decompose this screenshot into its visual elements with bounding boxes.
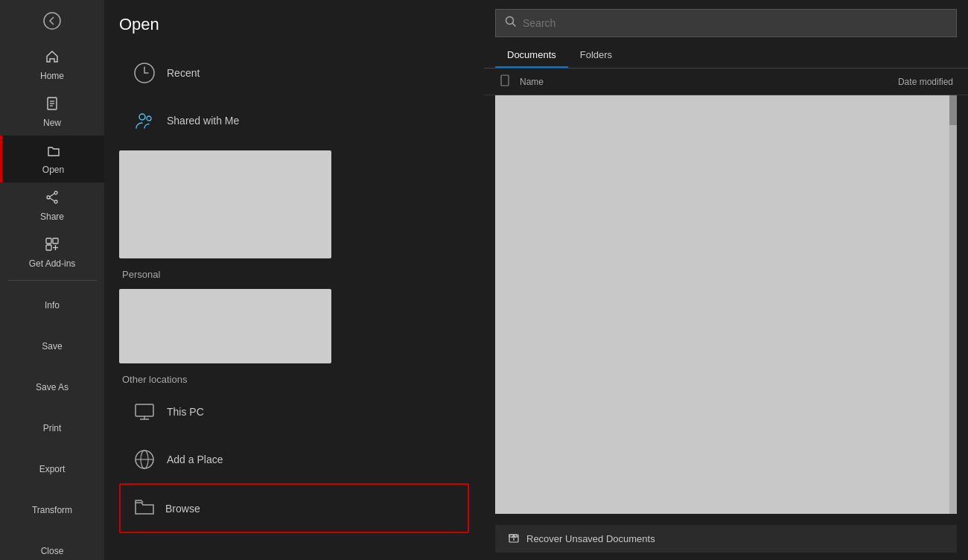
sidebar-item-new[interactable]: New	[0, 89, 104, 136]
home-icon	[45, 49, 60, 68]
sidebar-item-export[interactable]: Export	[0, 448, 104, 489]
recent-label: Recent	[167, 67, 200, 79]
sidebar-item-save-as[interactable]: Save As	[0, 366, 104, 407]
open-panel: Open Recent Shared with Me	[104, 0, 484, 560]
sidebar-item-home[interactable]: Home	[0, 42, 104, 89]
sidebar-item-export-label: Export	[39, 464, 66, 474]
recover-bar[interactable]: Recover Unsaved Documents	[495, 525, 957, 553]
add-place-icon	[131, 446, 158, 473]
browse-icon	[133, 495, 156, 521]
onedrive-placeholder[interactable]	[119, 150, 331, 258]
sidebar-item-save-as-label: Save As	[36, 382, 69, 392]
svg-rect-18	[136, 404, 153, 416]
personal-placeholder[interactable]	[119, 289, 331, 363]
search-icon	[505, 16, 517, 31]
sidebar: Home New Open	[0, 0, 104, 560]
search-input[interactable]	[523, 17, 947, 29]
sidebar-item-home-label: Home	[40, 71, 64, 81]
personal-label: Personal	[119, 269, 469, 280]
sidebar-item-get-add-ins[interactable]: Get Add-ins	[0, 229, 104, 276]
shared-label: Shared with Me	[167, 115, 239, 127]
shared-icon	[131, 107, 158, 134]
browse-label: Browse	[165, 503, 200, 515]
scrollbar[interactable]	[949, 95, 957, 514]
col-date-header: Date modified	[841, 77, 953, 87]
sidebar-item-transform-label: Transform	[32, 505, 72, 515]
sidebar-item-get-add-ins-label: Get Add-ins	[29, 258, 76, 269]
sidebar-item-share[interactable]: Share	[0, 182, 104, 229]
svg-point-16	[139, 114, 145, 120]
svg-rect-11	[53, 238, 58, 244]
open-icon	[46, 143, 61, 162]
sidebar-item-close-label: Close	[41, 546, 64, 556]
add-ins-icon	[45, 237, 60, 255]
svg-line-25	[513, 24, 516, 27]
sidebar-item-save-label: Save	[42, 341, 62, 351]
location-this-pc[interactable]: This PC	[119, 388, 469, 436]
file-list-header: Name Date modified	[484, 69, 968, 95]
file-list-body	[495, 95, 957, 514]
sidebar-item-print[interactable]: Print	[0, 407, 104, 448]
svg-point-6	[54, 200, 57, 203]
svg-line-8	[50, 194, 54, 197]
recent-icon	[131, 60, 158, 86]
svg-rect-26	[501, 75, 509, 86]
recover-label: Recover Unsaved Documents	[526, 533, 655, 544]
svg-point-0	[44, 13, 60, 29]
sidebar-item-print-label: Print	[43, 423, 62, 433]
svg-rect-12	[46, 245, 51, 250]
back-button[interactable]	[0, 0, 104, 42]
svg-rect-10	[46, 238, 51, 244]
recover-icon	[507, 531, 520, 547]
col-name-header: Name	[520, 77, 841, 87]
share-icon	[45, 190, 60, 209]
open-title: Open	[119, 15, 469, 34]
sidebar-item-transform[interactable]: Transform	[0, 489, 104, 530]
svg-point-17	[147, 116, 151, 121]
file-area: Documents Folders Name Date modified	[484, 0, 968, 560]
add-place-label: Add a Place	[167, 454, 223, 465]
tab-folders[interactable]: Folders	[568, 43, 624, 68]
location-recent[interactable]: Recent	[119, 49, 469, 97]
location-browse[interactable]: Browse	[119, 483, 469, 533]
location-shared[interactable]: Shared with Me	[119, 97, 469, 144]
sidebar-item-new-label: New	[43, 118, 61, 128]
file-icon-col	[499, 74, 520, 89]
sidebar-item-open-label: Open	[42, 165, 64, 175]
tab-bar: Documents Folders	[484, 37, 968, 69]
sidebar-item-close[interactable]: Close	[0, 530, 104, 560]
sidebar-item-save[interactable]: Save	[0, 325, 104, 366]
svg-point-5	[54, 191, 57, 194]
new-icon	[45, 96, 60, 115]
sidebar-top: Home New Open	[0, 0, 104, 560]
sidebar-item-share-label: Share	[40, 211, 64, 222]
location-add-place[interactable]: Add a Place	[119, 436, 469, 483]
sidebar-divider-1	[7, 280, 97, 281]
search-bar	[495, 9, 957, 37]
this-pc-icon	[131, 398, 158, 425]
sidebar-item-info[interactable]: Info	[0, 284, 104, 325]
tab-documents[interactable]: Documents	[495, 43, 568, 68]
svg-point-24	[506, 17, 514, 25]
sidebar-item-info-label: Info	[45, 300, 60, 311]
main-area: Open Recent Shared with Me	[104, 0, 968, 560]
sidebar-item-open[interactable]: Open	[0, 136, 104, 182]
this-pc-label: This PC	[167, 406, 204, 418]
scrollbar-thumb[interactable]	[949, 95, 957, 125]
svg-point-7	[47, 196, 50, 199]
other-locations-label: Other locations	[119, 374, 469, 385]
svg-line-9	[50, 198, 54, 201]
